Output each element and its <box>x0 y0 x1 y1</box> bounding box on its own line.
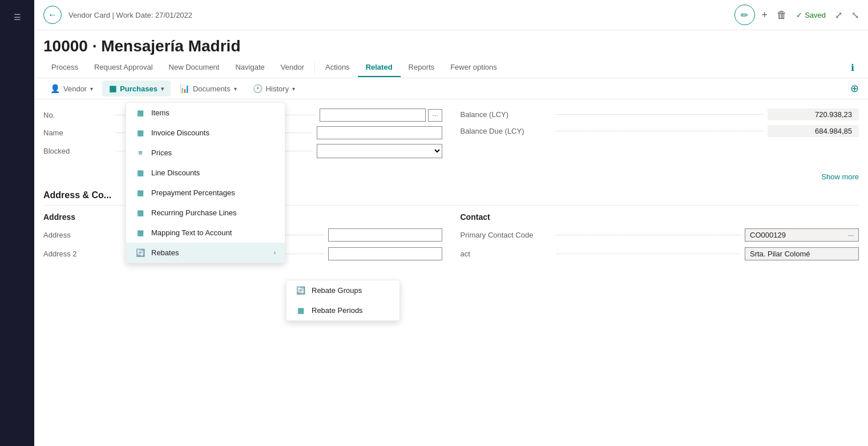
tab-related[interactable]: Related <box>358 58 401 77</box>
primary-contact-more[interactable]: ··· <box>848 231 854 239</box>
primary-contact-label: Primary Contact Code <box>461 231 552 239</box>
prepayment-label: Prepayment Percentages <box>151 188 235 197</box>
tab-actions[interactable]: Actions <box>317 58 358 77</box>
shrink-button[interactable]: ⤡ <box>851 10 859 21</box>
primary-contact-dots <box>556 235 741 235</box>
contact-field: act Srta. Pilar Colomé <box>461 247 859 260</box>
no-label: No. <box>43 111 112 119</box>
tab-request-approval[interactable]: Request Approval <box>86 58 161 77</box>
documents-icon: 📊 <box>180 84 189 93</box>
history-nav-item[interactable]: 🕐 History ▾ <box>246 81 302 97</box>
balance-lcy-dots <box>556 114 764 115</box>
mapping-label: Mapping Text to Account <box>151 228 232 237</box>
recurring-icon: ▦ <box>135 208 146 217</box>
line-discounts-label: Line Discounts <box>151 168 200 177</box>
balance-due-value: 684.984,85 <box>768 125 859 137</box>
no-more-button[interactable]: ··· <box>428 109 442 122</box>
documents-nav-item[interactable]: 📊 Documents ▾ <box>173 81 244 97</box>
no-input[interactable] <box>320 109 426 122</box>
top-bar: ← Vendor Card | Work Date: 27/01/2022 ✏ … <box>34 0 868 30</box>
rebate-groups-label: Rebate Groups <box>312 286 362 295</box>
rebates-label: Rebates <box>151 248 179 257</box>
rebates-chevron-icon: › <box>274 250 276 256</box>
purchases-nav-label: Purchases <box>120 85 158 93</box>
balance-lcy-label: Balance (LCY) <box>461 110 552 119</box>
back-button[interactable]: ← <box>43 6 62 24</box>
main-content: ← Vendor Card | Work Date: 27/01/2022 ✏ … <box>34 0 868 446</box>
delete-icon: 🗑 <box>777 9 787 21</box>
prices-icon: ≡ <box>135 148 146 157</box>
line-discounts-icon: ▦ <box>135 168 146 177</box>
rebate-periods-item[interactable]: ▦ Rebate Periods <box>286 300 399 320</box>
purchases-nav-item[interactable]: ▦ Purchases ▾ <box>102 81 171 97</box>
purchases-chevron-icon: ▾ <box>161 86 164 92</box>
dropdown-mapping-text[interactable]: ▦ Mapping Text to Account <box>126 223 285 243</box>
dropdown-prices[interactable]: ≡ Prices <box>126 143 285 163</box>
vendor-nav-label: Vendor <box>63 85 87 93</box>
documents-chevron-icon: ▾ <box>234 86 237 92</box>
contact-value: Srta. Pilar Colomé <box>745 247 859 260</box>
history-nav-label: History <box>266 85 289 93</box>
secondary-nav: 👤 Vendor ▾ ▦ Purchases ▾ 📊 Documents ▾ 🕐… <box>34 78 868 99</box>
vendor-nav-item[interactable]: 👤 Vendor ▾ <box>43 81 100 97</box>
blocked-label: Blocked <box>43 147 112 155</box>
history-icon: 🕐 <box>253 84 263 93</box>
invoice-discounts-label: Invoice Discounts <box>151 128 209 137</box>
tab-new-document[interactable]: New Document <box>161 58 228 77</box>
info-button[interactable]: ℹ <box>846 58 859 78</box>
rebates-submenu: 🔄 Rebate Groups ▦ Rebate Periods <box>286 280 400 321</box>
purchases-dropdown: ▦ Items ▦ Invoice Discounts ≡ Prices ▦ L… <box>126 102 285 263</box>
saved-status: ✓ Saved <box>796 11 826 19</box>
tab-fewer-options[interactable]: Fewer options <box>442 58 505 77</box>
dropdown-prepayment-percentages[interactable]: ▦ Prepayment Percentages <box>126 183 285 203</box>
toolbar-actions: + 🗑 ✓ Saved ⤢ ⤡ <box>762 9 859 21</box>
add-icon: + <box>762 9 768 21</box>
history-chevron-icon: ▾ <box>292 86 295 92</box>
sidebar-nav-icon[interactable]: ☰ <box>6 6 29 29</box>
rebate-periods-label: Rebate Periods <box>312 306 363 315</box>
page-title: 10000 · Mensajería Madrid <box>34 30 868 58</box>
dropdown-rebates[interactable]: 🔄 Rebates › <box>126 243 285 263</box>
address2-label: Address 2 <box>43 250 135 258</box>
balance-due-dots <box>556 131 764 131</box>
primary-contact-field: Primary Contact Code CO000129 ··· <box>461 228 859 242</box>
prices-label: Prices <box>151 148 172 157</box>
sidebar: ☰ <box>0 0 34 446</box>
contact-label: act <box>461 250 552 258</box>
pin-button[interactable]: ⊕ <box>850 82 859 95</box>
secondary-nav-wrapper: 👤 Vendor ▾ ▦ Purchases ▾ 📊 Documents ▾ 🕐… <box>34 78 868 99</box>
rebates-icon: 🔄 <box>135 248 146 257</box>
mapping-icon: ▦ <box>135 228 146 237</box>
dropdown-line-discounts[interactable]: ▦ Line Discounts <box>126 163 285 183</box>
address-input[interactable] <box>328 228 442 242</box>
dropdown-items[interactable]: ▦ Items <box>126 103 285 123</box>
tab-process[interactable]: Process <box>43 58 86 77</box>
tab-vendor[interactable]: Vendor <box>273 58 312 77</box>
checkmark-icon: ✓ <box>796 11 802 19</box>
expand-button[interactable]: ⤢ <box>835 10 842 21</box>
address-label: Address <box>43 231 135 239</box>
name-input[interactable] <box>317 126 442 139</box>
balance-due-label: Balance Due (LCY) <box>461 127 552 135</box>
vendor-chevron-icon: ▾ <box>90 86 93 92</box>
rebate-groups-item[interactable]: 🔄 Rebate Groups <box>286 280 399 300</box>
dropdown-invoice-discounts[interactable]: ▦ Invoice Discounts <box>126 123 285 143</box>
balance-lcy-value: 720.938,23 <box>768 109 859 120</box>
address2-input[interactable] <box>328 247 442 260</box>
show-more-button[interactable]: Show more <box>821 172 859 181</box>
tab-navigate[interactable]: Navigate <box>227 58 272 77</box>
name-label: Name <box>43 128 112 137</box>
blocked-select[interactable] <box>317 144 442 158</box>
edit-button[interactable]: ✏ <box>734 5 755 25</box>
vendor-icon: 👤 <box>50 84 60 93</box>
dropdown-recurring-purchase-lines[interactable]: ▦ Recurring Purchase Lines <box>126 203 285 223</box>
delete-button[interactable]: 🗑 <box>777 9 787 21</box>
items-label: Items <box>151 109 169 117</box>
breadcrumb: Vendor Card | Work Date: 27/01/2022 <box>68 11 728 19</box>
items-icon: ▦ <box>135 109 146 117</box>
tab-reports[interactable]: Reports <box>401 58 443 77</box>
invoice-discounts-icon: ▦ <box>135 128 146 137</box>
documents-nav-label: Documents <box>193 85 231 93</box>
rebate-groups-icon: 🔄 <box>296 286 306 295</box>
add-button[interactable]: + <box>762 9 768 21</box>
